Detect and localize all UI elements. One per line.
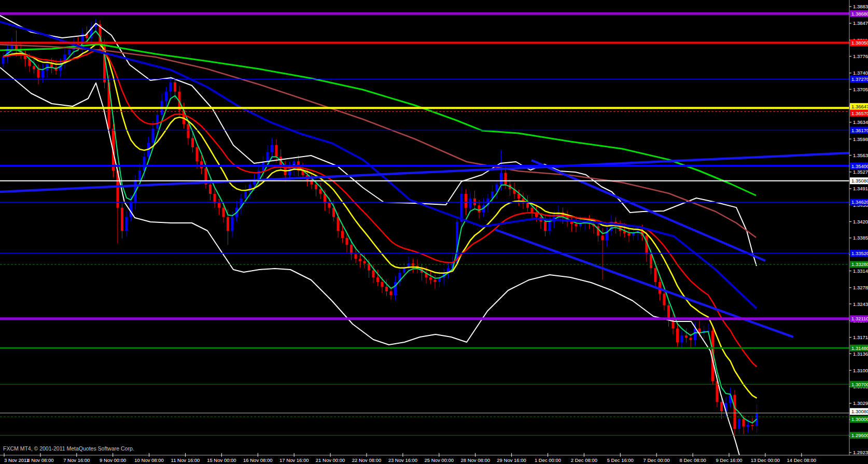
svg-text:1.33520: 1.33520 <box>851 250 868 256</box>
svg-text:8 Dec 08:00: 8 Dec 08:00 <box>679 457 706 463</box>
svg-text:1.29230: 1.29230 <box>853 449 868 455</box>
svg-text:16 Nov 08:00: 16 Nov 08:00 <box>243 457 273 463</box>
svg-text:9 Nov 00:00: 9 Nov 00:00 <box>100 457 126 463</box>
svg-text:1.37270: 1.37270 <box>851 76 868 82</box>
svg-text:1.31360: 1.31360 <box>853 351 868 357</box>
svg-text:1.35630: 1.35630 <box>853 152 868 158</box>
svg-text:1.34910: 1.34910 <box>853 186 868 191</box>
svg-text:9 Dec 16:00: 9 Dec 16:00 <box>716 457 742 463</box>
svg-text:1.30080: 1.30080 <box>851 409 868 414</box>
svg-text:1.37760: 1.37760 <box>853 53 868 59</box>
svg-text:1.37050: 1.37050 <box>853 87 868 92</box>
svg-text:4 Nov 08:00: 4 Nov 08:00 <box>27 457 53 463</box>
svg-text:1.32430: 1.32430 <box>853 301 868 307</box>
svg-text:1.33140: 1.33140 <box>853 268 868 274</box>
mt4-chart-window: 1.388301.384701.381101.377601.374001.370… <box>0 0 868 464</box>
chart-background <box>0 0 868 464</box>
svg-text:17 Nov 16:00: 17 Nov 16:00 <box>279 457 309 463</box>
svg-text:1.30290: 1.30290 <box>853 400 868 406</box>
svg-text:1.30700: 1.30700 <box>851 382 868 387</box>
svg-text:1.33280: 1.33280 <box>851 261 868 267</box>
svg-text:1 Dec 00:00: 1 Dec 00:00 <box>535 457 561 463</box>
svg-text:7 Dec 00:00: 7 Dec 00:00 <box>643 457 670 463</box>
svg-text:1.31480: 1.31480 <box>851 345 868 351</box>
svg-text:1.32780: 1.32780 <box>853 285 868 290</box>
svg-text:11 Nov 16:00: 11 Nov 16:00 <box>171 457 200 463</box>
svg-text:1.34620: 1.34620 <box>851 199 868 205</box>
svg-text:1.37400: 1.37400 <box>853 70 868 76</box>
copyright-text: FXCM MT4, © 2001-2011 MetaQuotes Softwar… <box>3 445 134 452</box>
svg-text:1.35980: 1.35980 <box>853 136 868 142</box>
svg-text:1.36340: 1.36340 <box>853 119 868 125</box>
svg-text:1.38680: 1.38680 <box>851 11 868 17</box>
svg-text:1.36170: 1.36170 <box>851 128 868 133</box>
svg-text:29 Nov 16:00: 29 Nov 16:00 <box>497 457 526 463</box>
svg-text:1.35080: 1.35080 <box>851 178 868 184</box>
svg-text:3 Nov 2011: 3 Nov 2011 <box>4 457 29 463</box>
svg-text:28 Nov 08:00: 28 Nov 08:00 <box>460 457 490 463</box>
svg-text:1.31710: 1.31710 <box>853 334 868 340</box>
svg-text:2 Dec 08:00: 2 Dec 08:00 <box>571 457 597 463</box>
svg-text:1.35270: 1.35270 <box>853 169 868 175</box>
svg-text:25 Nov 00:00: 25 Nov 00:00 <box>425 457 454 463</box>
svg-text:1.32110: 1.32110 <box>851 316 868 321</box>
svg-text:1.34200: 1.34200 <box>853 219 868 224</box>
svg-text:7 Nov 16:00: 7 Nov 16:00 <box>63 457 90 463</box>
svg-text:10 Nov 08:00: 10 Nov 08:00 <box>134 457 164 463</box>
svg-text:1.35400: 1.35400 <box>851 163 868 169</box>
svg-text:1.38050: 1.38050 <box>851 40 868 46</box>
svg-text:13 Dec 00:00: 13 Dec 00:00 <box>751 457 780 463</box>
svg-text:1.36647: 1.36647 <box>851 104 868 109</box>
svg-text:1.31000: 1.31000 <box>853 368 868 373</box>
svg-text:15 Nov 00:00: 15 Nov 00:00 <box>207 457 236 463</box>
svg-text:22 Nov 08:00: 22 Nov 08:00 <box>352 457 382 463</box>
svg-text:5 Dec 16:00: 5 Dec 16:00 <box>607 457 634 463</box>
svg-text:1.33850: 1.33850 <box>853 235 868 241</box>
svg-text:23 Nov 16:00: 23 Nov 16:00 <box>388 457 418 463</box>
svg-text:1.38470: 1.38470 <box>853 20 868 26</box>
svg-text:1.29600: 1.29600 <box>851 432 868 438</box>
svg-text:1.36570: 1.36570 <box>851 110 868 116</box>
svg-text:1.38830: 1.38830 <box>853 4 868 9</box>
svg-text:21 Nov 00:00: 21 Nov 00:00 <box>316 457 345 463</box>
svg-text:14 Dec 08:00: 14 Dec 08:00 <box>787 457 817 463</box>
price-chart[interactable]: 1.388301.384701.381101.377601.374001.370… <box>0 0 868 464</box>
svg-text:1.30000: 1.30000 <box>851 416 868 422</box>
